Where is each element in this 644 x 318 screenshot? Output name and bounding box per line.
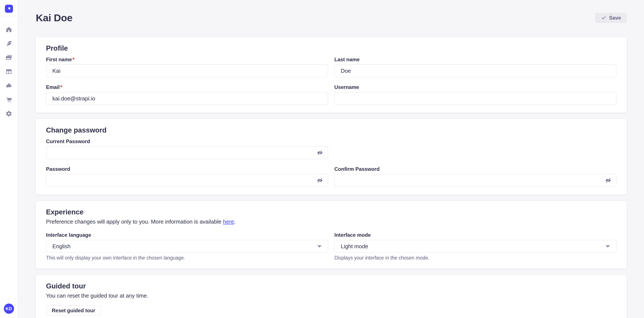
interface-mode-value: Light mode	[341, 243, 368, 250]
experience-fields-grid: Interface language English This will onl…	[46, 232, 616, 261]
layout-icon	[5, 68, 12, 75]
password-visibility-toggle[interactable]	[317, 177, 323, 183]
confirm-password-label: Confirm Password	[334, 166, 616, 172]
email-input[interactable]	[46, 92, 328, 105]
interface-mode-select[interactable]: Light mode	[334, 240, 616, 253]
username-input[interactable]	[334, 92, 616, 105]
first-name-field: First name*	[46, 57, 328, 77]
avatar[interactable]: KD	[4, 304, 14, 314]
interface-language-select[interactable]: English	[46, 240, 328, 253]
guided-tour-card: Guided tour You can reset the guided tou…	[36, 275, 626, 318]
sidebar-item-content-manager[interactable]	[5, 40, 12, 47]
feather-icon	[5, 40, 12, 47]
experience-card: Experience Preference changes will apply…	[36, 201, 626, 268]
email-label: Email*	[46, 84, 328, 90]
current-password-input[interactable]	[46, 146, 328, 159]
required-asterisk: *	[60, 84, 62, 90]
interface-language-value: English	[52, 243, 70, 250]
confirm-password-field: Confirm Password	[334, 166, 616, 187]
current-password-visibility-toggle[interactable]	[317, 150, 323, 156]
sidebar: KD	[0, 0, 18, 318]
password-fields-grid: Current Password	[46, 139, 616, 187]
save-button-label: Save	[609, 15, 621, 21]
current-password-label: Current Password	[46, 139, 328, 145]
sidebar-item-media-library[interactable]	[5, 54, 12, 61]
interface-mode-label: Interface mode	[334, 232, 616, 238]
interface-mode-field: Interface mode Light mode Displays your …	[334, 232, 616, 261]
password-input[interactable]	[46, 174, 328, 187]
page-header: Kai Doe Save	[36, 12, 626, 24]
sidebar-item-home[interactable]	[5, 26, 12, 33]
sidebar-item-deploy[interactable]	[5, 82, 12, 89]
profile-card: Profile First name* Last name Email* Use…	[36, 37, 626, 113]
home-icon	[5, 26, 12, 33]
page-title: Kai Doe	[36, 12, 72, 24]
first-name-label: First name*	[46, 57, 328, 63]
interface-language-field: Interface language English This will onl…	[46, 232, 328, 261]
sidebar-bottom: KD	[0, 299, 18, 318]
sidebar-item-settings[interactable]	[5, 110, 12, 117]
password-label: Password	[46, 166, 328, 172]
password-field: Password	[46, 166, 328, 187]
last-name-label: Last name	[334, 57, 616, 63]
eye-slash-icon	[605, 181, 612, 184]
username-field: Username	[334, 84, 616, 105]
here-link[interactable]: here	[223, 218, 234, 225]
strapi-logo-icon	[6, 6, 11, 11]
current-password-field: Current Password	[46, 139, 328, 159]
guided-tour-title: Guided tour	[46, 282, 616, 290]
email-field: Email*	[46, 84, 328, 105]
last-name-input[interactable]	[334, 64, 616, 77]
required-asterisk: *	[72, 57, 74, 62]
reset-guided-tour-button[interactable]: Reset guided tour	[46, 306, 101, 316]
experience-description: Preference changes will apply only to yo…	[46, 218, 616, 225]
first-name-input[interactable]	[46, 64, 328, 77]
experience-title: Experience	[46, 208, 616, 216]
interface-language-hint: This will only display your own interfac…	[46, 255, 328, 261]
check-icon	[601, 15, 606, 20]
eye-slash-icon	[317, 153, 323, 157]
save-button[interactable]: Save	[596, 13, 626, 23]
change-password-card: Change password Current Password	[36, 119, 626, 194]
guided-tour-description: You can reset the guided tour at any tim…	[46, 292, 616, 299]
chevron-down-icon	[606, 245, 610, 248]
sidebar-divider-top	[0, 17, 18, 17]
cards-stack: Profile First name* Last name Email* Use…	[36, 37, 626, 318]
gear-icon	[5, 110, 12, 117]
confirm-password-visibility-toggle[interactable]	[605, 177, 612, 183]
username-label: Username	[334, 84, 616, 90]
profile-fields-grid: First name* Last name Email* Username	[46, 57, 616, 105]
cloud-icon	[5, 82, 12, 89]
sidebar-item-content-type-builder[interactable]	[5, 68, 12, 75]
interface-language-label: Interface language	[46, 232, 328, 238]
chevron-down-icon	[317, 245, 322, 248]
profile-card-title: Profile	[46, 44, 616, 52]
confirm-password-input[interactable]	[334, 174, 616, 187]
eye-slash-icon	[317, 181, 323, 184]
last-name-field: Last name	[334, 57, 616, 77]
sidebar-nav	[5, 26, 12, 117]
images-icon	[5, 54, 12, 61]
change-password-title: Change password	[46, 126, 616, 134]
interface-mode-hint: Displays your interface in the chosen mo…	[334, 255, 616, 261]
strapi-logo-button[interactable]	[5, 5, 13, 13]
password-grid-spacer	[334, 139, 616, 159]
main-content: Kai Doe Save Profile First name* Last na…	[18, 0, 644, 318]
cart-icon	[5, 96, 12, 103]
sidebar-item-marketplace[interactable]	[5, 96, 12, 103]
